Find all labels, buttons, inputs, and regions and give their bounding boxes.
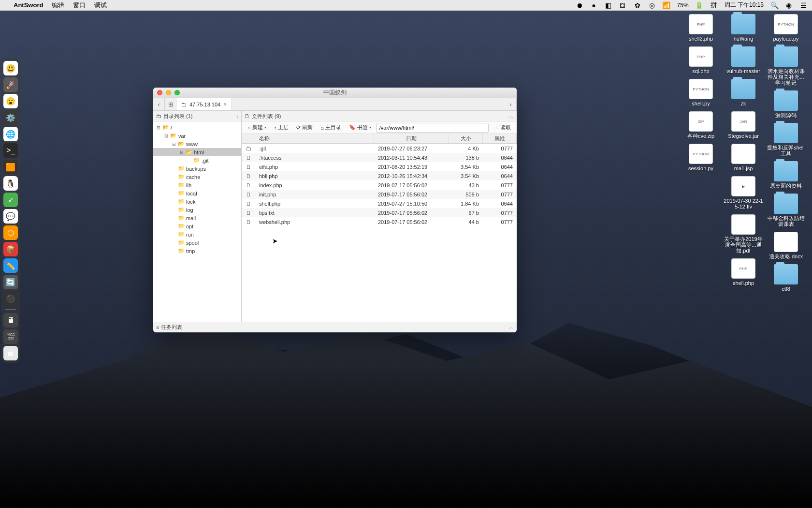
dock-item[interactable]: ⚙️	[3, 110, 18, 125]
dock-item[interactable]: 😮	[3, 94, 18, 108]
tree-item[interactable]: 📁opt	[153, 222, 241, 230]
home-button[interactable]: ⌂ 主目录	[318, 122, 344, 133]
record-icon[interactable]: ⏺	[576, 1, 583, 9]
tree-item[interactable]: ⊟📂var	[153, 132, 241, 140]
tree-item[interactable]: 📁lib	[153, 181, 241, 189]
table-row[interactable]: 🗋eifa.php2017-08-20 13:52:193.54 Kb0644	[242, 162, 517, 171]
desktop-icon[interactable]: 中移金科攻防培训课表	[765, 194, 807, 227]
dock-item[interactable]: ⬡	[3, 225, 18, 240]
col-attr[interactable]: 属性	[483, 134, 517, 143]
desktop-icon[interactable]: 漏洞源码	[765, 90, 807, 118]
dock-item[interactable]: 🗑	[3, 346, 18, 360]
battery-percent[interactable]: 75%	[677, 2, 689, 9]
dock-item[interactable]: 🎬	[3, 329, 18, 344]
tree-item[interactable]: 📁.git	[153, 156, 241, 164]
dropbox-icon[interactable]: ⛋	[619, 1, 627, 9]
desktop-icon[interactable]: PYTHONsession.py	[680, 144, 722, 171]
new-button[interactable]: ○ 新建 ▾	[245, 122, 269, 133]
airdrop-icon[interactable]: ◎	[648, 1, 656, 9]
desktop-icon[interactable]: huWang	[722, 14, 765, 42]
desktop-icon[interactable]: 原桌面的资料	[765, 161, 807, 189]
dock-item[interactable]: 🔄	[3, 275, 18, 289]
col-date[interactable]: 日期	[374, 134, 449, 143]
dock-item[interactable]: ✏️	[3, 258, 18, 273]
directory-tree[interactable]: ⊟📂/⊟📂var⊟📂www⊟📂html 📁.git 📁backups 📁cach…	[153, 121, 241, 322]
table-row[interactable]: 🗋hbli.php2012-10-26 15:42:343.54 Kb0644	[242, 171, 517, 180]
desktop-icon[interactable]: ma1.jsp	[722, 144, 765, 171]
window-minimize-button[interactable]	[166, 90, 171, 95]
table-row[interactable]: 🗋shell.php2019-07-27 15:10:501.84 Kb0644	[242, 199, 517, 208]
bookmark-button[interactable]: 🔖 书签 ▾	[346, 122, 374, 133]
desktop-icon[interactable]: PHPshell.php	[722, 258, 765, 286]
tree-item[interactable]: 📁lock	[153, 197, 241, 206]
tree-item[interactable]: 📁spool	[153, 239, 241, 247]
tree-item[interactable]: 📁mail	[153, 214, 241, 222]
path-input[interactable]	[376, 123, 489, 133]
table-row[interactable]: 🗋.htaccess2012-03-11 10:54:43138 b0644	[242, 153, 517, 162]
dock-item[interactable]: ⚫	[3, 291, 18, 306]
col-size[interactable]: 大小	[449, 134, 483, 143]
dock-item[interactable]: ✓	[3, 193, 18, 207]
sync-icon[interactable]: ◧	[605, 1, 612, 9]
expand-icon[interactable]: ⊟	[179, 150, 184, 155]
desktop-icon[interactable]: PYTHONpayload.py	[765, 14, 807, 42]
dock-item[interactable]: 🌐	[3, 127, 18, 141]
tree-item[interactable]: ⊟📂www	[153, 140, 241, 148]
desktop-icon[interactable]: 提权和反弹shell工具	[765, 123, 807, 156]
read-button[interactable]: → 读取	[491, 122, 514, 133]
siri-icon[interactable]: ◉	[785, 1, 793, 9]
tab-connection[interactable]: 🗀 47.75.13.104 ×	[176, 98, 232, 110]
desktop-icon[interactable]: 通关攻略.docx	[765, 232, 807, 259]
titlebar[interactable]: 中国蚁剑	[153, 88, 517, 98]
tab-nav-right[interactable]: ›	[505, 98, 517, 110]
dock-item[interactable]: 🖥	[3, 313, 18, 328]
tree-item[interactable]: 📁local	[153, 189, 241, 197]
table-row[interactable]: 🗋init.php2019-07-17 05:56:02509 b0777	[242, 190, 517, 199]
desktop-icon[interactable]: PYTHONshell.py	[680, 79, 722, 106]
wifi-icon[interactable]: 📶	[663, 1, 670, 9]
dock-item[interactable]: 📦	[3, 242, 18, 256]
desktop-icon[interactable]: JARStegsolve.jar	[722, 111, 765, 139]
tab-home-button[interactable]: ⊞	[165, 98, 176, 110]
menu-item-debug[interactable]: 调试	[94, 1, 107, 10]
tree-item[interactable]: 📁run	[153, 230, 241, 239]
desktop-icon[interactable]: ▶2019-07-30 22-15-12.flv	[722, 176, 765, 209]
gear-icon[interactable]: ✿	[634, 1, 641, 9]
desktop-icon[interactable]: PHPshell2.php	[680, 14, 722, 42]
desktop-icon[interactable]: 滴水逆向教材课件及相关补充...学习笔记	[765, 46, 807, 86]
menu-app-name[interactable]: AntSword	[14, 1, 43, 9]
dock-item[interactable]: 🟧	[3, 160, 18, 174]
dock-item[interactable]: 😃	[3, 61, 18, 75]
desktop-icon[interactable]: vulhub-master	[722, 46, 765, 74]
desktop-icon[interactable]: ZIP各种cve.zip	[680, 111, 722, 139]
tree-item[interactable]: 📁backups	[153, 164, 241, 173]
expand-icon[interactable]: ⊟	[156, 125, 161, 130]
col-name[interactable]: 名称	[255, 134, 374, 143]
tab-nav-left[interactable]: ‹	[153, 98, 165, 110]
dock-item[interactable]: 💬	[3, 209, 18, 224]
up-button[interactable]: ↑ 上层	[271, 122, 292, 133]
tree-item[interactable]: ⊟📂html	[153, 148, 241, 156]
tree-item[interactable]: 📁log	[153, 206, 241, 214]
window-close-button[interactable]	[157, 90, 162, 95]
desktop-icon[interactable]: 关于举办2019年度全国高等...通知.pdf	[722, 214, 765, 254]
desktop-icon[interactable]: zk	[722, 79, 765, 106]
dock-item[interactable]: >_	[3, 143, 18, 158]
window-maximize-button[interactable]	[174, 90, 180, 95]
menu-list-icon[interactable]: ☰	[799, 1, 807, 9]
menu-item-edit[interactable]: 编辑	[52, 1, 64, 10]
battery-icon[interactable]: 🔋	[696, 1, 703, 9]
table-row[interactable]: 🗋index.php2019-07-17 05:56:0243 b0777	[242, 180, 517, 190]
clock[interactable]: 周二 下午10:15	[725, 1, 764, 9]
expand-icon[interactable]: ⊟	[172, 142, 176, 147]
menu-item-window[interactable]: 窗口	[73, 1, 86, 10]
tab-close-icon[interactable]: ×	[223, 101, 227, 108]
spotlight-icon[interactable]: 🔍	[770, 1, 778, 9]
tree-item[interactable]: ⊟📂/	[153, 123, 241, 132]
expand-icon[interactable]: ⊟	[164, 134, 169, 138]
col-icon[interactable]	[242, 134, 255, 143]
table-row[interactable]: 🗋tips.txt2019-07-17 05:56:0267 b0777	[242, 208, 517, 217]
refresh-button[interactable]: ⟳ 刷新	[293, 122, 316, 133]
expand-icon[interactable]: ︿	[508, 324, 514, 331]
collapse-icon[interactable]: ︿	[508, 113, 514, 120]
